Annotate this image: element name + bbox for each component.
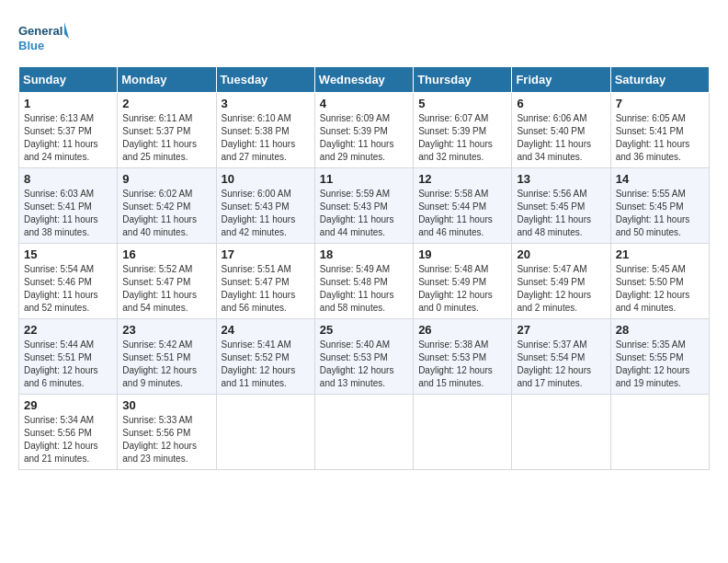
day-info: Sunrise: 6:07 AM Sunset: 5:39 PM Dayligh… xyxy=(418,112,506,164)
day-cell: 26 Sunrise: 5:38 AM Sunset: 5:53 PM Dayl… xyxy=(414,319,512,395)
day-number: 6 xyxy=(517,97,605,110)
day-info: Sunrise: 5:38 AM Sunset: 5:53 PM Dayligh… xyxy=(418,339,506,390)
weekday-saturday: Saturday xyxy=(610,67,709,93)
day-info: Sunrise: 6:10 AM Sunset: 5:38 PM Dayligh… xyxy=(222,112,310,164)
week-row-5: 29 Sunrise: 5:34 AM Sunset: 5:56 PM Dayl… xyxy=(19,395,710,470)
weekday-wednesday: Wednesday xyxy=(314,67,413,93)
day-cell: 10 Sunrise: 6:00 AM Sunset: 5:43 PM Dayl… xyxy=(216,168,314,244)
day-cell xyxy=(314,395,413,470)
day-info: Sunrise: 5:48 AM Sunset: 5:49 PM Dayligh… xyxy=(418,263,506,315)
day-number: 30 xyxy=(122,398,210,412)
day-cell: 29 Sunrise: 5:34 AM Sunset: 5:56 PM Dayl… xyxy=(19,395,118,470)
day-info: Sunrise: 5:42 AM Sunset: 5:51 PM Dayligh… xyxy=(122,339,210,390)
day-cell: 25 Sunrise: 5:40 AM Sunset: 5:53 PM Dayl… xyxy=(314,319,413,395)
weekday-header-row: SundayMondayTuesdayWednesdayThursdayFrid… xyxy=(19,67,710,93)
day-info: Sunrise: 5:51 AM Sunset: 5:47 PM Dayligh… xyxy=(222,263,310,315)
day-number: 23 xyxy=(122,323,210,337)
day-cell: 13 Sunrise: 5:56 AM Sunset: 5:45 PM Dayl… xyxy=(512,168,610,244)
weekday-sunday: Sunday xyxy=(19,67,118,93)
day-number: 14 xyxy=(616,172,704,186)
day-cell: 1 Sunrise: 6:13 AM Sunset: 5:37 PM Dayli… xyxy=(19,93,118,168)
day-cell xyxy=(414,395,512,470)
day-number: 5 xyxy=(418,97,506,110)
day-info: Sunrise: 5:45 AM Sunset: 5:50 PM Dayligh… xyxy=(616,263,704,315)
weekday-thursday: Thursday xyxy=(414,67,512,93)
day-info: Sunrise: 5:47 AM Sunset: 5:49 PM Dayligh… xyxy=(517,263,605,315)
day-number: 9 xyxy=(122,172,210,186)
day-number: 15 xyxy=(24,247,112,261)
day-number: 10 xyxy=(222,172,310,186)
calendar-table: SundayMondayTuesdayWednesdayThursdayFrid… xyxy=(18,66,710,470)
weekday-monday: Monday xyxy=(118,67,216,93)
day-number: 29 xyxy=(24,398,112,412)
day-cell: 11 Sunrise: 5:59 AM Sunset: 5:43 PM Dayl… xyxy=(314,168,413,244)
day-cell: 22 Sunrise: 5:44 AM Sunset: 5:51 PM Dayl… xyxy=(19,319,118,395)
day-cell xyxy=(512,395,610,470)
day-info: Sunrise: 5:41 AM Sunset: 5:52 PM Dayligh… xyxy=(222,339,310,390)
day-number: 26 xyxy=(418,323,506,337)
day-cell: 27 Sunrise: 5:37 AM Sunset: 5:54 PM Dayl… xyxy=(512,319,610,395)
logo: General Blue xyxy=(18,18,69,59)
svg-marker-2 xyxy=(64,22,69,39)
day-cell: 3 Sunrise: 6:10 AM Sunset: 5:38 PM Dayli… xyxy=(216,93,314,168)
day-number: 20 xyxy=(517,247,605,261)
day-info: Sunrise: 6:06 AM Sunset: 5:40 PM Dayligh… xyxy=(517,112,605,164)
day-number: 4 xyxy=(320,97,408,110)
day-cell: 20 Sunrise: 5:47 AM Sunset: 5:49 PM Dayl… xyxy=(512,244,610,319)
day-info: Sunrise: 6:11 AM Sunset: 5:37 PM Dayligh… xyxy=(122,112,210,164)
day-cell: 30 Sunrise: 5:33 AM Sunset: 5:56 PM Dayl… xyxy=(118,395,216,470)
day-info: Sunrise: 5:35 AM Sunset: 5:55 PM Dayligh… xyxy=(616,339,704,390)
day-cell xyxy=(610,395,709,470)
day-number: 24 xyxy=(222,323,310,337)
day-info: Sunrise: 6:09 AM Sunset: 5:39 PM Dayligh… xyxy=(320,112,408,164)
day-info: Sunrise: 5:44 AM Sunset: 5:51 PM Dayligh… xyxy=(24,339,112,390)
day-info: Sunrise: 5:40 AM Sunset: 5:53 PM Dayligh… xyxy=(320,339,408,390)
day-cell: 28 Sunrise: 5:35 AM Sunset: 5:55 PM Dayl… xyxy=(610,319,709,395)
day-number: 27 xyxy=(517,323,605,337)
day-cell: 16 Sunrise: 5:52 AM Sunset: 5:47 PM Dayl… xyxy=(118,244,216,319)
day-cell: 18 Sunrise: 5:49 AM Sunset: 5:48 PM Dayl… xyxy=(314,244,413,319)
day-info: Sunrise: 5:56 AM Sunset: 5:45 PM Dayligh… xyxy=(517,188,605,239)
weekday-tuesday: Tuesday xyxy=(216,67,314,93)
day-cell: 4 Sunrise: 6:09 AM Sunset: 5:39 PM Dayli… xyxy=(314,93,413,168)
svg-text:General: General xyxy=(18,24,63,38)
day-cell: 14 Sunrise: 5:55 AM Sunset: 5:45 PM Dayl… xyxy=(610,168,709,244)
page-header: General Blue xyxy=(18,18,710,59)
day-cell: 23 Sunrise: 5:42 AM Sunset: 5:51 PM Dayl… xyxy=(118,319,216,395)
weekday-friday: Friday xyxy=(512,67,610,93)
day-cell: 6 Sunrise: 6:06 AM Sunset: 5:40 PM Dayli… xyxy=(512,93,610,168)
day-info: Sunrise: 6:00 AM Sunset: 5:43 PM Dayligh… xyxy=(222,188,310,239)
day-number: 18 xyxy=(320,247,408,261)
week-row-2: 8 Sunrise: 6:03 AM Sunset: 5:41 PM Dayli… xyxy=(19,168,710,244)
day-number: 16 xyxy=(122,247,210,261)
day-info: Sunrise: 5:59 AM Sunset: 5:43 PM Dayligh… xyxy=(320,188,408,239)
day-cell: 21 Sunrise: 5:45 AM Sunset: 5:50 PM Dayl… xyxy=(610,244,709,319)
day-number: 3 xyxy=(222,97,310,110)
day-cell: 7 Sunrise: 6:05 AM Sunset: 5:41 PM Dayli… xyxy=(610,93,709,168)
day-cell: 8 Sunrise: 6:03 AM Sunset: 5:41 PM Dayli… xyxy=(19,168,118,244)
day-number: 7 xyxy=(616,97,704,110)
day-info: Sunrise: 5:34 AM Sunset: 5:56 PM Dayligh… xyxy=(24,414,112,465)
day-info: Sunrise: 5:54 AM Sunset: 5:46 PM Dayligh… xyxy=(24,263,112,315)
day-cell: 12 Sunrise: 5:58 AM Sunset: 5:44 PM Dayl… xyxy=(414,168,512,244)
day-number: 28 xyxy=(616,323,704,337)
day-info: Sunrise: 5:55 AM Sunset: 5:45 PM Dayligh… xyxy=(616,188,704,239)
day-info: Sunrise: 6:03 AM Sunset: 5:41 PM Dayligh… xyxy=(24,188,112,239)
day-cell: 24 Sunrise: 5:41 AM Sunset: 5:52 PM Dayl… xyxy=(216,319,314,395)
svg-text:Blue: Blue xyxy=(18,39,44,52)
day-cell: 9 Sunrise: 6:02 AM Sunset: 5:42 PM Dayli… xyxy=(118,168,216,244)
day-number: 13 xyxy=(517,172,605,186)
day-number: 8 xyxy=(24,172,112,186)
day-cell: 19 Sunrise: 5:48 AM Sunset: 5:49 PM Dayl… xyxy=(414,244,512,319)
day-cell: 17 Sunrise: 5:51 AM Sunset: 5:47 PM Dayl… xyxy=(216,244,314,319)
day-number: 17 xyxy=(222,247,310,261)
day-number: 1 xyxy=(24,97,112,110)
day-info: Sunrise: 6:02 AM Sunset: 5:42 PM Dayligh… xyxy=(122,188,210,239)
week-row-3: 15 Sunrise: 5:54 AM Sunset: 5:46 PM Dayl… xyxy=(19,244,710,319)
day-number: 19 xyxy=(418,247,506,261)
day-cell: 15 Sunrise: 5:54 AM Sunset: 5:46 PM Dayl… xyxy=(19,244,118,319)
day-info: Sunrise: 5:49 AM Sunset: 5:48 PM Dayligh… xyxy=(320,263,408,315)
day-info: Sunrise: 5:52 AM Sunset: 5:47 PM Dayligh… xyxy=(122,263,210,315)
day-cell: 2 Sunrise: 6:11 AM Sunset: 5:37 PM Dayli… xyxy=(118,93,216,168)
day-info: Sunrise: 5:33 AM Sunset: 5:56 PM Dayligh… xyxy=(122,414,210,465)
